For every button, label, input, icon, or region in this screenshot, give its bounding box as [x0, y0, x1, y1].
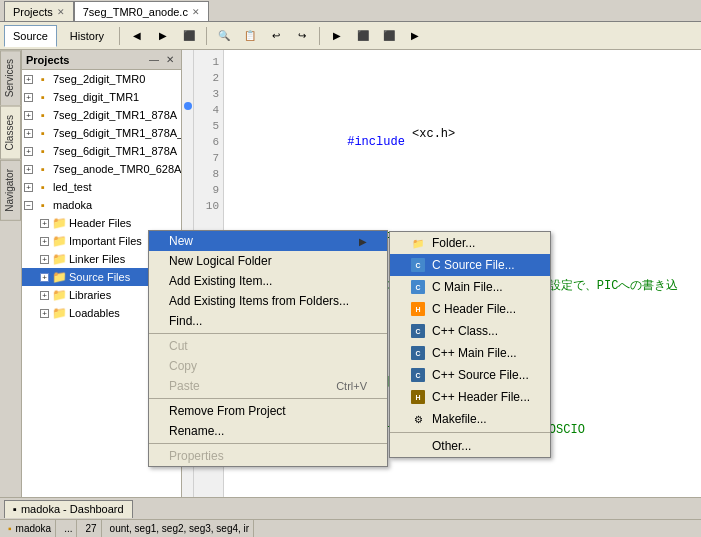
submenu-c-header-icon: H	[410, 301, 426, 317]
dashboard-tab-label: madoka - Dashboard	[21, 503, 124, 515]
tree-close-btn[interactable]: ✕	[163, 53, 177, 67]
project-icon-0: ▪	[35, 71, 51, 87]
submenu-cpp-header-icon: H	[410, 389, 426, 405]
bookmark-9	[182, 178, 194, 194]
bookmark-3	[182, 82, 194, 98]
project-icon-6: ▪	[35, 179, 51, 195]
toolbar-step-btn[interactable]: ▶	[404, 25, 426, 47]
context-menu-remove[interactable]: Remove From Project	[149, 401, 387, 421]
expand-icon-important: +	[40, 237, 49, 246]
tree-header: Projects — ✕	[22, 50, 181, 70]
tree-item-madoka[interactable]: − ▪ madoka	[22, 196, 181, 214]
context-menu-add-existing[interactable]: Add Existing Item...	[149, 271, 387, 291]
context-menu-properties-label: Properties	[169, 449, 224, 463]
expand-icon-linker: +	[40, 255, 49, 264]
bookmark-7	[182, 146, 194, 162]
toolbar-forward-btn[interactable]: ▶	[152, 25, 174, 47]
toolbar-debug-btn[interactable]: ⬛	[378, 25, 400, 47]
code-line-2: #include <xc.h>	[232, 134, 678, 150]
bookmark-1	[182, 50, 194, 66]
tree-item-label-5: 7seg_anode_TMR0_628A	[53, 163, 181, 175]
dashboard-tab[interactable]: ▪ madoka - Dashboard	[4, 500, 133, 518]
source-tab-btn[interactable]: Source	[4, 25, 57, 47]
submenu-cpp-main[interactable]: C C++ Main File...	[390, 342, 550, 364]
context-menu: New ▶ New Logical Folder Add Existing It…	[148, 230, 388, 467]
submenu-other-label: Other...	[432, 439, 471, 453]
submenu-folder[interactable]: 📁 Folder...	[390, 232, 550, 254]
submenu-c-header[interactable]: H C Header File...	[390, 298, 550, 320]
project-icon-1: ▪	[35, 89, 51, 105]
dashboard-tab-icon: ▪	[13, 503, 17, 515]
context-menu-remove-label: Remove From Project	[169, 404, 286, 418]
submenu-c-source[interactable]: C C Source File...	[390, 254, 550, 276]
submenu-cpp-class[interactable]: C C++ Class...	[390, 320, 550, 342]
tree-item-project-6[interactable]: + ▪ led_test	[22, 178, 181, 196]
context-menu-new[interactable]: New ▶	[149, 231, 387, 251]
context-menu-new-logical-folder[interactable]: New Logical Folder	[149, 251, 387, 271]
bookmark-4	[182, 98, 194, 114]
context-menu-find[interactable]: Find...	[149, 311, 387, 331]
toolbar-back-btn[interactable]: ◀	[126, 25, 148, 47]
line-num-10: 10	[202, 198, 219, 214]
submenu-folder-label: Folder...	[432, 236, 475, 250]
side-tab-classes[interactable]: Classes	[0, 106, 21, 160]
status-bar: ▪ madoka ... 27 ount, seg1, seg2, seg3, …	[0, 519, 701, 537]
history-tab-btn[interactable]: History	[61, 25, 113, 47]
context-menu-copy: Copy	[149, 356, 387, 376]
context-menu-sep-1	[149, 333, 387, 334]
submenu-cpp-source[interactable]: C C++ Source File...	[390, 364, 550, 386]
status-project: ▪ madoka	[4, 520, 56, 537]
submenu-other[interactable]: Other...	[390, 435, 550, 457]
context-menu-add-existing-folders[interactable]: Add Existing Items from Folders...	[149, 291, 387, 311]
tree-item-label-important: Important Files	[69, 235, 142, 247]
project-icon-3: ▪	[35, 125, 51, 141]
tree-item-label-header: Header Files	[69, 217, 131, 229]
tab-editor[interactable]: 7seg_TMR0_anode.c ✕	[74, 1, 209, 21]
tree-minimize-btn[interactable]: —	[147, 53, 161, 67]
toolbar-copy-btn[interactable]: 📋	[239, 25, 261, 47]
side-tab-services[interactable]: Services	[0, 50, 21, 106]
tree-item-project-4[interactable]: + ▪ 7seg_6digit_TMR1_878A	[22, 142, 181, 160]
toolbar-play-btn[interactable]: ▶	[326, 25, 348, 47]
toolbar-run-btn[interactable]: ⬛	[178, 25, 200, 47]
line-num-7: 7	[202, 150, 219, 166]
tree-item-project-5[interactable]: + ▪ 7seg_anode_TMR0_628A	[22, 160, 181, 178]
toolbar-search-btn[interactable]: 🔍	[213, 25, 235, 47]
toolbar-sep-1	[119, 27, 120, 45]
context-menu-new-logical-label: New Logical Folder	[169, 254, 272, 268]
line-num-5: 5	[202, 118, 219, 134]
tree-item-project-2[interactable]: + ▪ 7seg_2digit_TMR1_878A	[22, 106, 181, 124]
submenu-c-main[interactable]: C C Main File...	[390, 276, 550, 298]
submenu-makefile[interactable]: ⚙ Makefile...	[390, 408, 550, 430]
tree-item-project-0[interactable]: + ▪ 7seg_2digit_TMR0	[22, 70, 181, 88]
submenu-cpp-header[interactable]: H C++ Header File...	[390, 386, 550, 408]
paste-shortcut: Ctrl+V	[336, 380, 367, 392]
tree-item-project-3[interactable]: + ▪ 7seg_6digit_TMR1_878A_sw	[22, 124, 181, 142]
tab-projects-label: Projects	[13, 6, 53, 18]
tree-item-project-1[interactable]: + ▪ 7seg_digit_TMR1	[22, 88, 181, 106]
bookmark-5	[182, 114, 194, 130]
submenu-cpp-class-icon: C	[410, 323, 426, 339]
status-end: ount, seg1, seg2, seg3, seg4, ir	[106, 520, 255, 537]
tab-projects-close[interactable]: ✕	[57, 7, 65, 17]
expand-icon-5: +	[24, 165, 33, 174]
line-num-1: 1	[202, 54, 219, 70]
submenu-folder-icon: 📁	[410, 235, 426, 251]
tab-projects[interactable]: Projects ✕	[4, 1, 74, 21]
toolbar-redo-btn[interactable]: ↪	[291, 25, 313, 47]
side-tab-navigator[interactable]: Navigator	[0, 160, 21, 221]
context-menu-find-label: Find...	[169, 314, 202, 328]
submenu-cpp-header-label: C++ Header File...	[432, 390, 530, 404]
expand-icon-4: +	[24, 147, 33, 156]
expand-icon-6: +	[24, 183, 33, 192]
expand-icon-libraries: +	[40, 291, 49, 300]
toolbar-undo-btn[interactable]: ↩	[265, 25, 287, 47]
submenu-c-header-label: C Header File...	[432, 302, 516, 316]
tree-item-label-4: 7seg_6digit_TMR1_878A	[53, 145, 177, 157]
tab-editor-label: 7seg_TMR0_anode.c	[83, 6, 188, 18]
tab-editor-close[interactable]: ✕	[192, 7, 200, 17]
context-menu-copy-label: Copy	[169, 359, 197, 373]
tree-item-label-libraries: Libraries	[69, 289, 111, 301]
toolbar-stop-btn[interactable]: ⬛	[352, 25, 374, 47]
context-menu-rename[interactable]: Rename...	[149, 421, 387, 441]
